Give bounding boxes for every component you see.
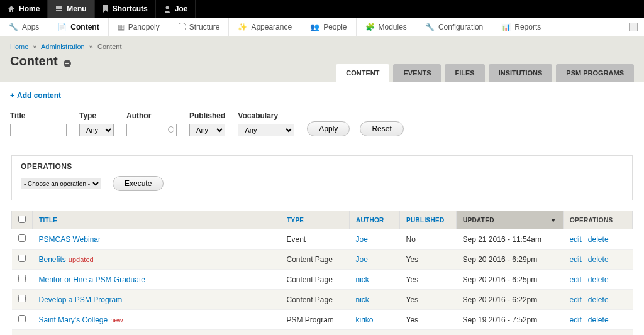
- table-row: Mentor or Hire a PSM GraduateContent Pag…: [12, 270, 633, 290]
- collapse-toggle-icon[interactable]: [64, 60, 71, 67]
- row-title-link[interactable]: Develop a PSM Program: [39, 295, 123, 304]
- row-author-link[interactable]: nick: [356, 295, 369, 304]
- admin-modules[interactable]: 🧩Modules: [357, 18, 416, 36]
- wand-icon: ✨: [238, 23, 247, 31]
- row-checkbox[interactable]: [18, 295, 26, 302]
- row-type: Content Page: [280, 270, 350, 290]
- admin-modules-label: Modules: [379, 23, 407, 31]
- filter-published-select[interactable]: - Any -: [189, 124, 225, 136]
- breadcrumb-administration[interactable]: Administration: [41, 43, 85, 50]
- filter-published-label: Published: [189, 111, 225, 120]
- breadcrumb: Home » Administration » Content: [10, 43, 634, 50]
- topbar-user-label: Joe: [175, 4, 188, 13]
- tab-events[interactable]: EVENTS: [393, 64, 441, 82]
- row-delete-link[interactable]: delete: [588, 295, 609, 304]
- filter-vocabulary-select[interactable]: - Any -: [238, 124, 294, 136]
- topbar-user[interactable]: Joe: [156, 0, 196, 18]
- row-published: Yes: [400, 310, 457, 330]
- row-checkbox[interactable]: [18, 234, 26, 242]
- select-all-checkbox[interactable]: [18, 216, 26, 223]
- reset-button[interactable]: Reset: [360, 121, 403, 136]
- admin-panopoly[interactable]: ▦Panopoly: [109, 18, 169, 36]
- col-operations: OPERATIONS: [564, 211, 633, 229]
- operations-select[interactable]: - Choose an operation -: [21, 178, 101, 189]
- admin-content[interactable]: 📄Content: [48, 18, 108, 36]
- add-content-link[interactable]: +Add content: [10, 91, 61, 100]
- row-updated: Sep 20 2016 - 6:29pm: [457, 250, 564, 270]
- row-type: Content Page: [280, 250, 350, 270]
- row-title-link[interactable]: Saint Mary's College: [39, 316, 108, 324]
- admin-reports[interactable]: 📊Reports: [492, 18, 550, 36]
- admin-configuration-label: Configuration: [438, 23, 483, 31]
- filter-type-label: Type: [79, 111, 114, 120]
- throbber-icon: [168, 126, 174, 133]
- col-published[interactable]: PUBLISHED: [400, 211, 457, 229]
- table-row: Develop a PSM ProgramContent PagenickYes…: [12, 290, 633, 310]
- row-type: Content Page: [280, 290, 350, 310]
- admin-configuration[interactable]: 🔧Configuration: [416, 18, 492, 36]
- admin-apps[interactable]: 🔧Apps: [0, 18, 48, 36]
- svg-rect-0: [56, 6, 62, 8]
- home-icon: [8, 5, 15, 13]
- grid-icon: ▦: [118, 23, 125, 31]
- filter-title-input[interactable]: [10, 124, 67, 136]
- row-edit-link[interactable]: edit: [570, 295, 582, 304]
- row-edit-link[interactable]: edit: [570, 235, 582, 244]
- row-updated: Sep 20 2016 - 6:22pm: [457, 290, 564, 310]
- modules-icon: 🧩: [365, 23, 375, 31]
- row-checkbox[interactable]: [18, 315, 26, 322]
- filter-title-label: Title: [10, 111, 67, 120]
- tab-institutions[interactable]: INSITUTIONS: [489, 64, 553, 82]
- row-author-link[interactable]: kiriko: [356, 316, 374, 324]
- filter-author-label: Author: [126, 111, 177, 120]
- svg-point-3: [165, 6, 169, 9]
- row-published: Yes: [400, 250, 457, 270]
- tab-content[interactable]: CONTENT: [336, 64, 389, 82]
- svg-rect-2: [56, 10, 62, 11]
- row-updated: Sep 19 2016 - 5:37pm: [457, 330, 564, 336]
- row-published: Yes: [400, 330, 457, 336]
- row-checkbox[interactable]: [18, 275, 26, 282]
- row-author-link[interactable]: nick: [356, 275, 369, 284]
- topbar-home[interactable]: Home: [0, 0, 48, 18]
- table-row: PSMCAS WebinarEventJoeNoSep 21 2016 - 11…: [12, 229, 633, 250]
- row-delete-link[interactable]: delete: [588, 235, 609, 244]
- sort-desc-icon: ▼: [550, 217, 557, 224]
- execute-button[interactable]: Execute: [113, 176, 164, 191]
- col-type[interactable]: TYPE: [280, 211, 350, 229]
- filter-vocabulary-label: Vocabulary: [238, 111, 294, 120]
- row-checkbox[interactable]: [18, 255, 26, 262]
- row-title-link[interactable]: Mentor or Hire a PSM Graduate: [39, 275, 145, 284]
- col-updated[interactable]: UPDATED▼: [457, 211, 564, 229]
- apply-button[interactable]: Apply: [307, 121, 350, 136]
- row-author-link[interactable]: Joe: [356, 255, 368, 264]
- admin-structure[interactable]: ⛶Structure: [169, 18, 230, 36]
- row-delete-link[interactable]: delete: [588, 316, 609, 324]
- tab-psm-programs[interactable]: PSM PROGRAMS: [556, 64, 634, 82]
- col-author[interactable]: AUTHOR: [350, 211, 400, 229]
- tab-files[interactable]: FILES: [445, 64, 484, 82]
- row-edit-link[interactable]: edit: [570, 316, 582, 324]
- row-title-link[interactable]: Benefits: [39, 255, 66, 264]
- admin-people[interactable]: 👥People: [301, 18, 356, 36]
- topbar-menu[interactable]: Menu: [48, 0, 94, 18]
- row-delete-link[interactable]: delete: [588, 275, 609, 284]
- row-edit-link[interactable]: edit: [570, 255, 582, 264]
- table-row: BenefitsupdatedContent PageJoeYesSep 20 …: [12, 250, 633, 270]
- page-title: Content: [10, 54, 58, 69]
- row-edit-link[interactable]: edit: [570, 275, 582, 284]
- row-author-link[interactable]: Joe: [356, 235, 368, 244]
- row-title-link[interactable]: PSMCAS Webinar: [39, 235, 101, 244]
- col-title[interactable]: TITLE: [33, 211, 280, 229]
- row-delete-link[interactable]: delete: [588, 255, 609, 264]
- admin-collapse[interactable]: [623, 18, 644, 36]
- reports-icon: 📊: [501, 23, 511, 31]
- admin-appearance[interactable]: ✨Appearance: [229, 18, 301, 36]
- row-published: Yes: [400, 290, 457, 310]
- admin-panopoly-label: Panopoly: [128, 23, 160, 31]
- table-row: Saint Mary's CollegenewPSM Programkiriko…: [12, 310, 633, 330]
- breadcrumb-home[interactable]: Home: [10, 43, 28, 50]
- topbar-shortcuts[interactable]: Shortcuts: [95, 0, 156, 18]
- filter-type-select[interactable]: - Any -: [79, 124, 114, 136]
- collapse-icon: [629, 23, 638, 31]
